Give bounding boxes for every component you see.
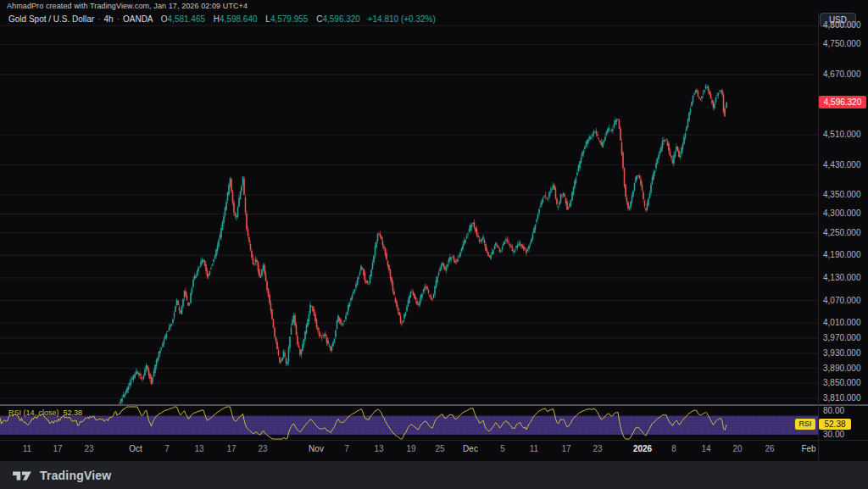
price-axis-label: 3,930.000 [823,348,867,358]
rsi-value-badge: 52.38 [819,419,851,430]
brand-name[interactable]: TradingView [40,469,111,482]
legend-separator: · [117,14,120,24]
symbol-title[interactable]: Gold Spot / U.S. Dollar [8,14,94,24]
attribution-text: AhmadPro created with TradingView.com, J… [7,2,248,10]
low-value: 4,579.955 [270,14,309,24]
candlestick-series [119,84,727,405]
price-axis-label: 3,810.000 [823,393,867,403]
price-axis-label: 4,010.000 [823,318,867,328]
time-axis-label: 23 [579,444,616,454]
rsi-axis-label-30: 30.00 [823,430,857,440]
price-axis-label: 4,190.000 [823,250,867,260]
high-label: H [214,14,220,24]
price-axis-label: 4,350.000 [823,190,867,200]
price-axis-label: 4,250.000 [823,228,867,238]
rsi-indicator-legend[interactable]: RSI (14, close)52.38 [8,408,82,417]
legend-separator: · [97,14,100,24]
rsi-band [0,416,818,435]
open-value: 4,581.465 [168,14,206,24]
price-axis-label: 4,130.000 [823,273,867,283]
price-axis-label: 4,430.000 [823,160,867,170]
symbol-legend: Gold Spot / U.S. Dollar·4h·OANDA O4,581.… [8,14,436,24]
last-price-badge: 4,596.320 [819,96,866,108]
exchange-label: OANDA [123,14,153,24]
price-axis-label: 4,670.000 [823,69,867,80]
footer-bar: TradingView [0,461,868,489]
chart-canvas[interactable] [0,0,868,489]
price-axis-label: 3,890.000 [823,364,867,374]
price-axis-label: 4,510.000 [823,130,867,140]
rsi-title-text: RSI (14, close) [8,408,59,417]
open-label: O [161,14,168,24]
rsi-name-badge: RSI [795,419,815,430]
price-axis-label: 4,070.000 [823,296,867,306]
time-axis-label: 26 [751,444,788,454]
time-axis-label: 23 [244,444,281,454]
interval-label[interactable]: 4h [104,14,114,24]
tradingview-snapshot: AhmadPro created with TradingView.com, J… [0,0,868,489]
price-axis-label: 4,750.000 [823,39,867,49]
high-value: 4,598.640 [220,14,258,24]
price-axis-label: 4,800.000 [823,20,867,31]
close-value: 4,596.320 [322,14,360,24]
time-axis-label: 23 [70,444,108,454]
price-axis-label: 4,300.000 [823,208,867,219]
time-axis-label: Feb [790,444,827,454]
tradingview-logo-icon[interactable] [12,467,32,484]
rsi-axis-label-80: 80.00 [823,406,857,416]
rsi-legend-value: 52.38 [64,408,83,417]
price-axis-label: 3,970.000 [823,333,867,343]
price-axis-label: 3,850.000 [823,378,867,388]
change-value: +14.810 (+0.32%) [368,14,436,24]
